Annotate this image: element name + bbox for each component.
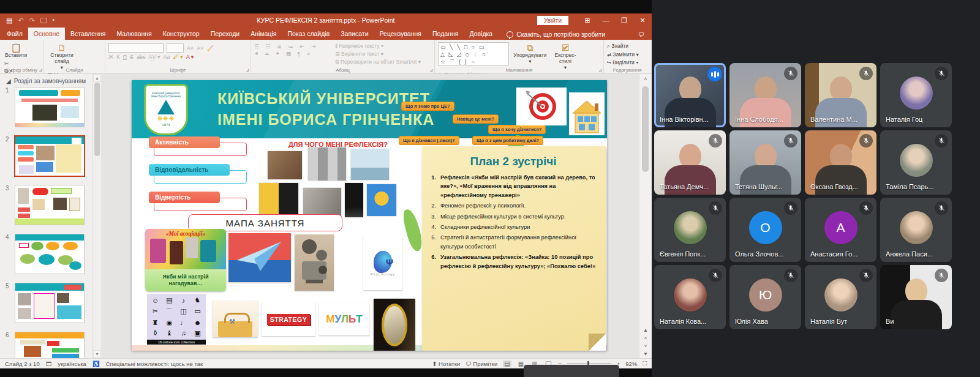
tab-view[interactable]: Подання <box>427 28 464 40</box>
participant-tile[interactable]: Наталія Кова... <box>654 265 726 329</box>
self-view-tile[interactable]: Ви <box>880 265 952 329</box>
paste-button[interactable]: 📋Вставити <box>3 42 29 59</box>
tell-me-search[interactable]: Скажіть, що потрібно зробити <box>507 31 605 40</box>
thumb-scroll-up-icon[interactable]: ▲ <box>93 74 101 82</box>
normal-view-icon[interactable]: ▤ <box>503 360 511 367</box>
zoom-slider[interactable] <box>567 364 611 364</box>
bubble-next: Що я з цим робитиму далі? <box>472 136 543 145</box>
participant-tile[interactable]: Інна Слободя... <box>729 63 801 127</box>
notes-button[interactable]: ⬍ Нотатки <box>432 360 461 367</box>
highlight-color-icon[interactable]: 🖉 ▾ <box>173 54 183 60</box>
tab-home[interactable]: Основне <box>28 28 65 40</box>
participant-tile[interactable]: Татьяна Демч... <box>654 130 726 195</box>
strategy-label: STRATEGY <box>267 314 310 325</box>
tab-review[interactable]: Рецензування <box>374 28 427 40</box>
scroll-up-icon[interactable]: ▲ <box>643 327 648 333</box>
shrink-font-icon[interactable]: A˅ <box>197 45 203 51</box>
save-icon[interactable]: ▤ <box>6 17 12 24</box>
clear-format-icon[interactable]: 🧹 <box>207 45 214 51</box>
next-slide-icon[interactable]: ˅ <box>644 343 647 349</box>
tab-insert[interactable]: Вставлення <box>65 28 111 40</box>
font-color-icon[interactable]: A ▾ <box>186 54 194 60</box>
participant-tile[interactable]: Наталія Бут <box>805 265 876 329</box>
previous-slide-icon[interactable]: ˄ <box>644 335 647 341</box>
current-slide[interactable]: Київський університетімені Бориса Грінче… <box>132 80 607 351</box>
collapse-ribbon-icon[interactable]: ˄ <box>639 74 652 84</box>
participant-tile[interactable]: Оксана Гвозд... <box>805 130 876 195</box>
ribbon-display-options-icon[interactable]: ⊞ <box>578 13 597 27</box>
font-name-select[interactable] <box>108 43 164 53</box>
thumbnail-slide-6[interactable]: 6 <box>15 332 92 358</box>
participant-tile[interactable]: О Ольга Злочов... <box>729 198 801 262</box>
underline-button[interactable]: П <box>123 54 127 60</box>
floating-share-toolbar[interactable] <box>524 365 619 377</box>
arrange-button[interactable]: ⧉Упорядкувати ▾ <box>511 42 548 65</box>
shapes-gallery[interactable]: ▭ ╲ ╲ □ ○ ▭△ ◺ ◿ ◇ ♢ ○☆ ⌒ ( ) ～ <box>438 42 509 65</box>
fit-slide-icon[interactable]: ⛶ <box>643 360 647 367</box>
cut-icon[interactable]: ✂ <box>4 61 9 67</box>
zoom-level[interactable]: 92% <box>625 360 637 367</box>
select-button[interactable]: ⮡ Виділити ▾ <box>607 59 647 67</box>
tab-animations[interactable]: Анімація <box>245 28 282 40</box>
drawing-dialog-launcher[interactable]: ⊿ <box>598 68 602 73</box>
section-header[interactable]: ◢Розділ за замовчуванням <box>0 74 101 87</box>
redo-icon[interactable]: ↷ <box>29 17 35 24</box>
thumbnail-slide-4[interactable]: 4 <box>15 234 92 274</box>
participant-tile[interactable]: Валентина М... <box>805 63 876 127</box>
participant-tile[interactable]: Наталія Гоц <box>880 63 952 127</box>
tab-help[interactable]: Довідка <box>464 28 498 40</box>
accessibility-status[interactable]: Спеціальні можливості: щось не так <box>106 360 203 367</box>
thumbnail-slide-3[interactable]: 3 <box>15 185 92 225</box>
participant-tile[interactable]: Ю Юлія Хава <box>729 265 801 329</box>
display-settings-icon[interactable]: 🗔 <box>46 360 52 367</box>
scroll-down-icon[interactable]: ▼ <box>643 351 648 357</box>
participant-tile[interactable]: Євгенія Попк... <box>654 198 726 262</box>
font-dialog-launcher[interactable]: ⊿ <box>246 68 249 73</box>
comments-button[interactable]: 🗩 Примітки <box>466 360 497 367</box>
thumbnail-slide-1[interactable]: 1 <box>15 87 92 127</box>
thumbnail-slide-5[interactable]: 5 <box>15 283 92 323</box>
smartart-button[interactable]: ⧉ Перетворити на об'єкт SmartArt ▾ <box>335 58 421 66</box>
plan-item-1: 1.Рефлексія «Якби мій настрій був схожий… <box>428 173 598 200</box>
thumbnails-scrollbar[interactable]: ▲ ▼ <box>92 74 101 358</box>
italic-button[interactable]: К <box>116 54 119 60</box>
culture-icons-grid: ☺▤♪♞ ✂⌒◫▭ ♜◉♩☻ ⚱♝♫▣ 16 culture icon coll… <box>147 294 206 345</box>
minimize-button[interactable]: — <box>597 13 615 27</box>
thumb-scroll-down-icon[interactable]: ▼ <box>93 350 101 358</box>
tab-design[interactable]: Конструктор <box>157 28 205 40</box>
slideshow-from-start-icon[interactable]: 🖵 <box>40 17 47 24</box>
undo-icon[interactable]: ↶ <box>18 17 23 24</box>
paragraph-dialog-launcher[interactable]: ⊿ <box>429 68 433 73</box>
find-button[interactable]: ⌕ Знайти <box>607 42 647 51</box>
close-button[interactable]: ✕ <box>633 13 652 27</box>
text-direction-button[interactable]: ⫴ Напрямок тексту ▾ <box>335 42 421 50</box>
font-size-select[interactable] <box>167 43 184 53</box>
slide-scrollbar[interactable]: ˄ ▲ ˄ ˅ ▼ <box>639 74 652 358</box>
tab-transitions[interactable]: Переходи <box>205 28 246 40</box>
participant-tile[interactable]: Анжела Паси... <box>880 198 952 262</box>
comments-toggle-icon[interactable]: 🗩 <box>638 31 644 40</box>
participant-tile[interactable]: Інна Вікторівн... <box>654 63 726 127</box>
sign-in-button[interactable]: Увійти <box>537 16 568 25</box>
qat-customize-icon[interactable]: ▾ <box>52 18 55 23</box>
participant-tile[interactable]: Таміла Псарь... <box>880 130 952 195</box>
bold-button[interactable]: Ж <box>108 54 113 60</box>
align-text-button[interactable]: ⊞ Вирівняти текст ▾ <box>335 50 421 58</box>
participant-tile[interactable]: Тетяна Шульг... <box>729 130 801 195</box>
abc-button[interactable]: abc <box>137 54 146 60</box>
mic-off-icon <box>935 67 948 80</box>
clipboard-dialog-launcher[interactable]: ⊿ <box>39 68 42 73</box>
change-case-button[interactable]: Aa <box>164 54 170 60</box>
replace-button[interactable]: ⇄ Замінити ▾ <box>607 51 647 59</box>
char-spacing-icon[interactable]: A͜V ▾ <box>149 54 160 60</box>
tab-slideshow[interactable]: Показ слайдів <box>282 28 335 40</box>
grow-font-icon[interactable]: A˄ <box>187 45 194 51</box>
language-indicator[interactable]: українська <box>58 360 86 367</box>
thumbnail-slide-2[interactable]: 2 <box>15 136 92 176</box>
tab-file[interactable]: Файл <box>1 28 28 40</box>
tab-draw[interactable]: Малювання <box>111 28 157 40</box>
restore-button[interactable]: ❐ <box>615 13 633 27</box>
tab-record[interactable]: Записати <box>335 28 374 40</box>
participant-tile[interactable]: А Анастасия Го... <box>805 198 876 262</box>
strikethrough-button[interactable]: S <box>130 54 134 60</box>
